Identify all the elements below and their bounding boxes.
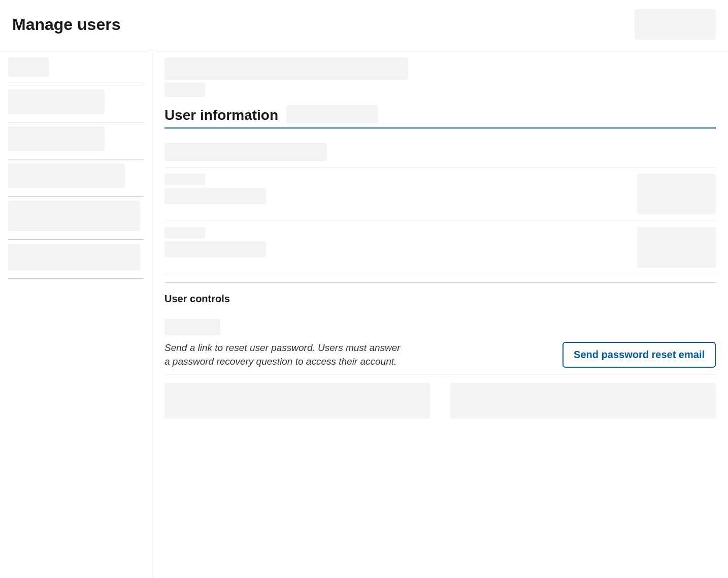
field-left-1	[164, 174, 266, 204]
sidebar-divider-5	[8, 239, 144, 240]
main-top-bar-placeholder	[164, 57, 408, 80]
sidebar-divider-4	[8, 196, 144, 197]
controls-label-placeholder	[164, 319, 220, 335]
user-info-tab-placeholder[interactable]	[286, 105, 378, 123]
sidebar-top-item[interactable]	[8, 57, 49, 77]
password-reset-block: Send a link to reset user password. User…	[164, 313, 716, 375]
bottom-placeholder-left	[164, 383, 430, 419]
sidebar-top	[8, 57, 144, 77]
field-name-placeholder	[164, 143, 327, 161]
page-header: Manage users	[0, 0, 728, 49]
sidebar-item-1[interactable]	[8, 89, 105, 114]
user-info-header: User information	[164, 105, 716, 129]
main-top-area	[164, 57, 716, 97]
field-left-2	[164, 227, 266, 258]
field-label-1	[164, 174, 205, 185]
field-right-widget-1[interactable]	[637, 174, 716, 214]
field-value-2	[164, 241, 266, 258]
sidebar-item-4[interactable]	[8, 201, 140, 231]
header-right-widget	[635, 9, 716, 40]
field-row-1	[164, 168, 716, 221]
bottom-row-placeholders	[164, 383, 716, 419]
sidebar-divider-1	[8, 85, 144, 85]
page-title: Manage users	[12, 15, 120, 34]
user-info-fields	[164, 137, 716, 274]
field-row-2	[164, 221, 716, 274]
sidebar-divider-3	[8, 159, 144, 159]
user-controls-title: User controls	[164, 293, 716, 305]
user-info-title: User information	[164, 107, 278, 123]
field-row-name	[164, 137, 716, 168]
bottom-placeholder-right	[450, 383, 716, 419]
body-layout: User information	[0, 49, 728, 578]
password-reset-description: Send a link to reset user password. User…	[164, 341, 408, 368]
field-label-2	[164, 227, 205, 238]
main-top-sub-placeholder	[164, 83, 205, 97]
sidebar	[0, 49, 152, 578]
send-password-reset-button[interactable]: Send password reset email	[562, 342, 716, 368]
sidebar-item-3[interactable]	[8, 164, 125, 188]
field-value-1	[164, 188, 266, 204]
field-right-widget-2[interactable]	[637, 227, 716, 268]
controls-row-password: Send a link to reset user password. User…	[164, 341, 716, 368]
user-info-section: User information	[164, 105, 716, 283]
sidebar-divider-2	[8, 122, 144, 122]
sidebar-divider-6	[8, 278, 144, 279]
user-controls-section: User controls Send a link to reset user …	[164, 283, 716, 429]
sidebar-item-5[interactable]	[8, 244, 140, 270]
sidebar-item-2[interactable]	[8, 126, 105, 151]
main-content: User information	[152, 49, 728, 578]
